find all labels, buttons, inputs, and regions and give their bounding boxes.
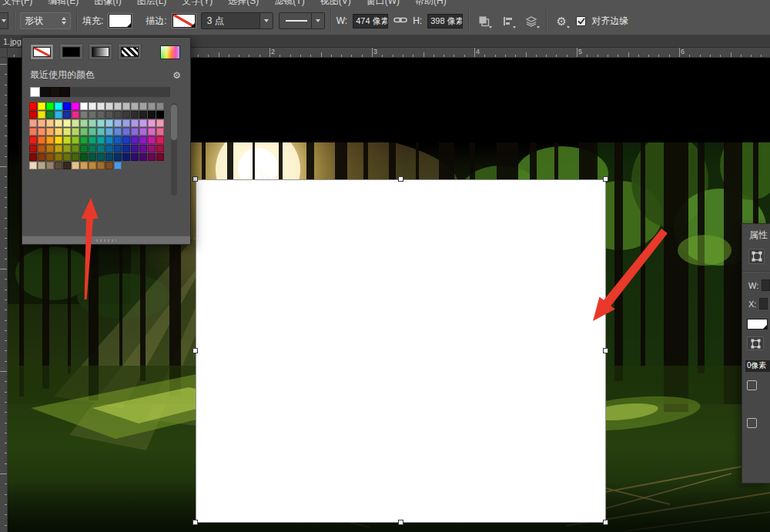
color-swatch[interactable] [80, 102, 88, 110]
color-swatch[interactable] [46, 128, 54, 136]
gradient-button[interactable] [89, 44, 112, 60]
color-swatch[interactable] [80, 111, 88, 119]
prop-stroke-options-button[interactable] [747, 336, 764, 350]
stroke-color-swatch[interactable] [172, 14, 196, 28]
color-swatch[interactable] [131, 153, 139, 161]
path-alignment-button[interactable] [498, 12, 517, 30]
color-swatch[interactable] [148, 136, 156, 144]
color-swatch[interactable] [29, 162, 37, 169]
color-swatch[interactable] [148, 111, 156, 119]
color-swatch[interactable] [131, 119, 139, 127]
solid-color-button[interactable] [59, 44, 83, 60]
color-swatch[interactable] [80, 119, 88, 127]
color-swatch[interactable] [105, 153, 113, 161]
menu-item[interactable]: 图像(I) [86, 0, 129, 7]
color-swatch[interactable] [105, 128, 113, 136]
transform-handle[interactable] [192, 176, 198, 182]
color-swatch[interactable] [114, 136, 122, 144]
color-swatch[interactable] [89, 119, 96, 127]
color-swatch[interactable] [29, 153, 37, 161]
color-swatch[interactable] [72, 162, 79, 169]
color-swatch[interactable] [72, 111, 79, 119]
color-swatch[interactable] [131, 111, 139, 119]
color-swatch[interactable] [148, 145, 156, 152]
color-swatch[interactable] [139, 128, 147, 136]
color-swatch[interactable] [38, 162, 45, 169]
color-swatch[interactable] [63, 119, 71, 127]
color-swatch[interactable] [72, 145, 79, 152]
color-swatch[interactable] [97, 145, 105, 152]
color-swatch[interactable] [55, 145, 62, 152]
prop-fill-swatch[interactable] [747, 319, 768, 330]
swatch-scrollbar[interactable] [171, 103, 177, 196]
color-swatch[interactable] [63, 102, 71, 110]
color-swatch[interactable] [80, 153, 88, 161]
color-swatch[interactable] [38, 153, 45, 161]
color-swatch[interactable] [122, 128, 130, 136]
color-swatch[interactable] [72, 153, 79, 161]
color-swatch[interactable] [72, 128, 79, 136]
color-swatch[interactable] [29, 145, 37, 152]
color-swatch[interactable] [97, 119, 105, 127]
color-swatch[interactable] [72, 102, 79, 110]
color-swatch[interactable] [63, 136, 71, 144]
color-swatch[interactable] [156, 136, 164, 144]
shape-rectangle[interactable] [196, 179, 606, 523]
color-swatch[interactable] [29, 102, 37, 110]
color-swatch[interactable] [105, 145, 113, 152]
color-swatch[interactable] [38, 119, 45, 127]
pattern-button[interactable] [118, 44, 142, 60]
color-swatch[interactable] [114, 153, 122, 161]
menu-item[interactable]: 帮助(H) [407, 0, 454, 7]
color-swatch[interactable] [131, 102, 139, 110]
recent-color-swatch[interactable] [50, 87, 60, 97]
link-dimensions-icon[interactable] [393, 15, 407, 27]
color-swatch[interactable] [114, 119, 122, 127]
tool-preset-dropdown[interactable] [0, 12, 8, 29]
color-swatch[interactable] [55, 119, 62, 127]
menu-item[interactable]: 编辑(E) [40, 0, 86, 7]
transform-handle[interactable] [603, 348, 608, 353]
recent-color-swatch[interactable] [60, 87, 70, 97]
menu-item[interactable]: 视图(V) [313, 0, 359, 7]
color-swatch[interactable] [63, 128, 71, 136]
color-swatch[interactable] [89, 145, 96, 152]
color-swatch[interactable] [46, 145, 54, 152]
color-swatch[interactable] [131, 145, 139, 152]
color-swatch[interactable] [80, 128, 88, 136]
color-swatch[interactable] [46, 111, 54, 119]
color-swatch[interactable] [46, 162, 54, 169]
color-swatch[interactable] [105, 162, 113, 169]
menu-item[interactable]: 文字(Y) [174, 0, 220, 7]
color-swatch[interactable] [156, 102, 164, 110]
path-arrangement-button[interactable] [522, 12, 541, 30]
transform-handle[interactable] [398, 520, 403, 525]
color-swatch[interactable] [156, 111, 164, 119]
recent-color-swatch[interactable] [30, 87, 40, 97]
menu-item[interactable]: 图层(L) [129, 0, 175, 7]
tool-mode-select[interactable]: 形状 [20, 12, 71, 29]
corner-radius-link-box[interactable] [747, 380, 757, 390]
stroke-width-select[interactable]: 3 点 [201, 12, 273, 29]
live-shape-properties-button[interactable] [748, 249, 765, 264]
color-swatch[interactable] [55, 136, 62, 144]
corner-radius-link-box[interactable] [747, 418, 757, 428]
color-swatch[interactable] [122, 111, 130, 119]
prop-width-field[interactable] [762, 279, 770, 291]
color-swatch[interactable] [80, 136, 88, 144]
color-swatch[interactable] [148, 102, 156, 110]
color-swatch[interactable] [46, 119, 54, 127]
color-swatch[interactable] [139, 102, 147, 110]
color-swatch[interactable] [122, 145, 130, 152]
color-swatch[interactable] [114, 111, 122, 119]
menu-item[interactable]: 选择(S) [220, 0, 266, 7]
color-swatch[interactable] [38, 111, 45, 119]
color-swatch[interactable] [63, 153, 71, 161]
color-swatch[interactable] [55, 102, 62, 110]
color-swatch[interactable] [156, 153, 164, 161]
color-swatch[interactable] [148, 153, 156, 161]
menu-item[interactable]: 文件(F) [0, 0, 40, 7]
color-swatch[interactable] [97, 128, 105, 136]
color-swatch[interactable] [97, 111, 105, 119]
color-swatch[interactable] [97, 162, 105, 169]
